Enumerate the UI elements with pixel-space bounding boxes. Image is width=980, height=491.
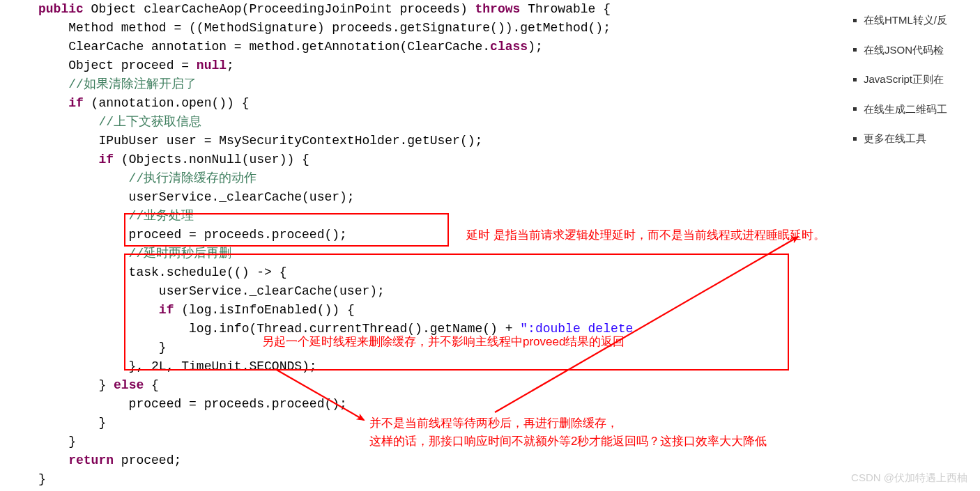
code-line: } (38, 435, 76, 449)
code-text: ; (227, 59, 234, 72)
code-text: } (38, 378, 114, 392)
annotation-bottom-l1: 并不是当前线程等待两秒后，再进行删除缓存， (369, 416, 618, 430)
code-text: (annotation.open()) { (84, 96, 250, 110)
keyword-return: return (38, 453, 114, 467)
annotation-bottom-l2: 这样的话，那接口响应时间不就额外等2秒才能返回吗？这接口效率大大降低 (369, 435, 767, 448)
watermark: CSDN @伏加特遇上西柚 (851, 470, 967, 486)
keyword-public: public (38, 2, 84, 16)
comment: //上下文获取信息 (38, 115, 201, 129)
code-text: Object clearCacheAop(ProceedingJoinPoint… (84, 2, 475, 16)
code-text: { (144, 378, 159, 392)
comment: //业务处理 (38, 209, 194, 223)
code-line: proceed = proceeds.proceed(); (38, 397, 347, 411)
sidebar: 在线HTML转义/反 在线JSON代码检 JavaScript正则在 在线生成二… (848, 0, 980, 154)
code-line: IPubUser user = MsySecurityContextHolder… (38, 134, 482, 148)
code-text: Throwable { (520, 2, 611, 16)
keyword-else: else (114, 378, 144, 392)
code-line: userService._clearCache(user); (38, 284, 385, 298)
keyword-class: class (490, 40, 528, 54)
comment: //如果清除注解开启了 (38, 77, 197, 91)
code-text: (Objects.nonNull(user)) { (114, 153, 309, 166)
code-line: task.schedule(() -> { (38, 265, 286, 279)
code-text: ClearCache annotation = method.getAnnota… (38, 40, 490, 54)
code-text: proceed; (114, 453, 181, 467)
keyword-if: if (38, 96, 84, 110)
code-line: } (38, 341, 167, 354)
code-text: (log.isInfoEnabled()) { (174, 303, 354, 317)
code-line: } (38, 472, 46, 486)
sidebar-item[interactable]: 在线JSON代码检 (848, 36, 980, 65)
sidebar-list: 在线HTML转义/反 在线JSON代码检 JavaScript正则在 在线生成二… (848, 0, 980, 154)
sidebar-item[interactable]: 更多在线工具 (848, 124, 980, 154)
code-line: Method method = ((MethodSignature) proce… (38, 21, 611, 35)
comment: //延时两秒后再删 (38, 247, 231, 260)
page-root: public Object clearCacheAop(ProceedingJo… (0, 0, 980, 491)
code-text: ); (528, 40, 543, 54)
comment: //执行清除缓存的动作 (38, 171, 257, 185)
sidebar-item[interactable]: 在线生成二维码工 (848, 95, 980, 125)
annotation-bottom: 并不是当前线程等待两秒后，再进行删除缓存， 这样的话，那接口响应时间不就额外等2… (369, 414, 767, 450)
annotation-top: 延时 是指当前请求逻辑处理延时，而不是当前线程或进程睡眠延时。 (466, 226, 825, 244)
sidebar-item[interactable]: JavaScript正则在 (848, 65, 980, 95)
code-line: proceed = proceeds.proceed(); (38, 228, 347, 242)
code-text: Object proceed = (38, 59, 197, 72)
code-line: } (38, 416, 106, 430)
annotation-middle: 另起一个延时线程来删除缓存，并不影响主线程中proveed结果的返回 (262, 333, 625, 351)
keyword-null: null (197, 59, 227, 72)
keyword-throws: throws (475, 2, 521, 16)
code-line: userService._clearCache(user); (38, 190, 355, 204)
code-line: }, 2L, TimeUnit.SECONDS); (38, 359, 317, 373)
keyword-if: if (38, 303, 174, 317)
sidebar-item[interactable]: 在线HTML转义/反 (848, 6, 980, 36)
keyword-if: if (38, 153, 114, 166)
